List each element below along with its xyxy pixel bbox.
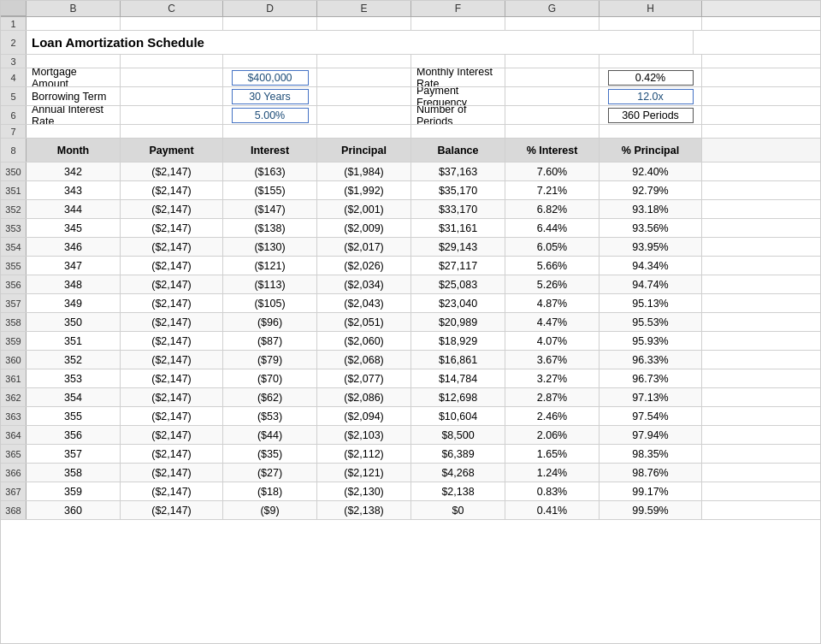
rownum-data: 350 [1,162,27,180]
cell-interest: ($121) [223,257,317,275]
cell-interest: ($53) [223,407,317,425]
cell-balance: $18,929 [411,332,505,350]
header-pct-interest: % Interest [505,139,600,162]
header-balance: Balance [411,139,505,162]
rownum-data: 358 [1,313,27,331]
payment-freq-value[interactable]: 12.0x [600,87,702,105]
cell-month: 360 [27,501,121,519]
num-periods-label: Number of Periods [411,106,505,124]
cell-month: 350 [27,313,121,331]
title-cell: Loan Amortization Schedule [27,31,694,54]
table-row: 356 348 ($2,147) ($113) ($2,034) $25,083… [1,275,820,294]
cell-payment: ($2,147) [121,407,223,425]
col-header-d: D [223,1,317,16]
corner-cell [1,1,27,16]
num-periods-input[interactable]: 360 Periods [608,108,694,123]
cell-month: 356 [27,426,121,444]
rownum-1: 1 [1,17,27,30]
cell-principal: ($2,060) [317,332,411,350]
cell-principal: ($2,130) [317,482,411,500]
cell-payment: ($2,147) [121,369,223,387]
cell-month: 358 [27,464,121,482]
cell-pct-interest: 2.46% [505,407,600,425]
cell-payment: ($2,147) [121,501,223,519]
rownum-6: 6 [1,106,27,124]
cell-month: 354 [27,388,121,406]
cell-pct-principal: 95.93% [600,332,702,350]
cell-3e [317,55,411,68]
mortgage-amount-input[interactable]: $400,000 [232,70,309,86]
cell-balance: $4,268 [411,464,505,482]
cell-interest: ($96) [223,313,317,331]
cell-principal: ($1,984) [317,162,411,180]
header-principal: Principal [317,139,411,162]
cell-6g [505,106,600,124]
annual-rate-input[interactable]: 5.00% [232,108,309,123]
cell-pct-principal: 92.40% [600,162,702,180]
cell-pct-principal: 97.94% [600,426,702,444]
table-row: 361 353 ($2,147) ($70) ($2,077) $14,784 … [1,369,820,388]
table-row: 366 358 ($2,147) ($27) ($2,121) $4,268 1… [1,464,820,482]
cell-payment: ($2,147) [121,313,223,331]
cell-balance: $12,698 [411,388,505,406]
cell-payment: ($2,147) [121,162,223,180]
cell-pct-interest: 3.27% [505,369,600,387]
rownum-data: 362 [1,388,27,406]
cell-pct-interest: 0.83% [505,482,600,500]
cell-interest: ($79) [223,351,317,369]
cell-month: 353 [27,369,121,387]
cell-3g [505,55,600,68]
borrowing-term-input[interactable]: 30 Years [232,89,309,104]
cell-month: 355 [27,407,121,425]
rownum-data: 367 [1,482,27,500]
cell-interest: ($138) [223,219,317,237]
header-pct-principal: % Principal [600,139,702,162]
cell-7e [317,125,411,138]
cell-interest: ($9) [223,501,317,519]
table-row: 358 350 ($2,147) ($96) ($2,051) $20,989 … [1,313,820,332]
row-6: 6 Annual Interest Rate 5.00% Number of P… [1,106,820,125]
cell-principal: ($2,138) [317,501,411,519]
cell-balance: $33,170 [411,200,505,218]
rownum-data: 354 [1,238,27,256]
table-row: 350 342 ($2,147) ($163) ($1,984) $37,163… [1,162,820,181]
cell-3h [600,55,702,68]
sheet-body: 1 2 Loan Amortization Schedule 3 [1,17,820,643]
cell-interest: ($87) [223,332,317,350]
cell-balance: $0 [411,501,505,519]
table-row: 363 355 ($2,147) ($53) ($2,094) $10,604 … [1,407,820,426]
payment-freq-input[interactable]: 12.0x [608,89,694,104]
cell-principal: ($2,121) [317,464,411,482]
row-2: 2 Loan Amortization Schedule [1,31,820,55]
cell-month: 347 [27,257,121,275]
cell-pct-interest: 4.47% [505,313,600,331]
annual-rate-label: Annual Interest Rate [27,106,121,124]
cell-pct-interest: 0.41% [505,501,600,519]
spreadsheet: B C D E F G H 1 2 Loan Amortization Sche… [0,0,821,644]
rownum-data: 357 [1,294,27,312]
num-periods-value[interactable]: 360 Periods [600,106,702,124]
cell-pct-interest: 1.65% [505,445,600,463]
cell-pct-interest: 7.60% [505,162,600,180]
rownum-7: 7 [1,125,27,138]
cell-pct-interest: 7.21% [505,181,600,199]
cell-3b [27,55,121,68]
cell-pct-principal: 93.56% [600,219,702,237]
cell-7c [121,125,223,138]
annual-rate-value[interactable]: 5.00% [223,106,317,124]
monthly-rate-value[interactable]: 0.42% [600,68,702,86]
cell-7b [27,125,121,138]
monthly-rate-input[interactable]: 0.42% [608,70,694,86]
cell-interest: ($27) [223,464,317,482]
cell-principal: ($2,043) [317,294,411,312]
cell-pct-interest: 5.66% [505,257,600,275]
cell-month: 349 [27,294,121,312]
cell-pct-interest: 2.06% [505,426,600,444]
cell-payment: ($2,147) [121,181,223,199]
payment-freq-label: Payment Frequency [411,87,505,105]
cell-balance: $20,989 [411,313,505,331]
table-row: 352 344 ($2,147) ($147) ($2,001) $33,170… [1,200,820,219]
borrowing-term-value[interactable]: 30 Years [223,87,317,105]
cell-payment: ($2,147) [121,219,223,237]
mortgage-amount-value[interactable]: $400,000 [223,68,317,86]
